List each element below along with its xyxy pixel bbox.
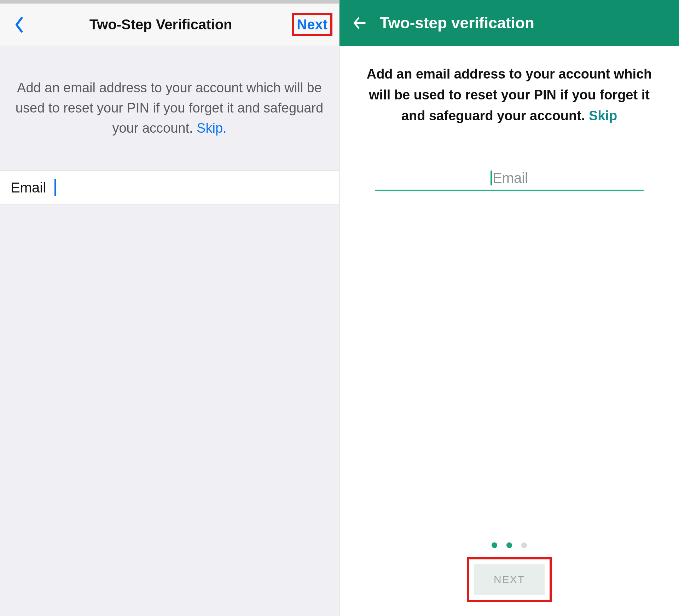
next-button[interactable]: NEXT xyxy=(474,564,545,595)
email-field-row[interactable]: Email xyxy=(0,170,339,205)
description-area: Add an email address to your account whi… xyxy=(0,46,339,170)
chevron-left-icon xyxy=(13,16,25,33)
page-title: Two-step verification xyxy=(380,14,534,32)
description-body: Add an email address to your account whi… xyxy=(16,80,323,136)
pager-dots xyxy=(492,542,527,548)
pager-dot xyxy=(521,542,527,548)
arrow-left-icon xyxy=(352,16,367,30)
email-label: Email xyxy=(11,180,46,196)
description-text: Add an email address to your account whi… xyxy=(355,64,663,126)
back-button[interactable] xyxy=(8,14,30,35)
ios-status-bar-spacer xyxy=(0,0,339,4)
android-footer: NEXT xyxy=(340,542,679,602)
android-screen: Two-step verification Add an email addre… xyxy=(340,0,679,616)
next-button[interactable]: Next xyxy=(297,17,327,32)
page-title: Two-Step Verification xyxy=(30,17,292,33)
text-cursor-icon xyxy=(54,179,56,196)
ios-screen: Two-Step Verification Next Add an email … xyxy=(0,0,340,616)
description-text: Add an email address to your account whi… xyxy=(14,78,325,138)
ios-nav-bar: Two-Step Verification Next xyxy=(0,4,339,46)
pager-dot xyxy=(492,542,497,548)
email-input[interactable] xyxy=(65,180,328,196)
android-app-bar: Two-step verification xyxy=(340,0,679,46)
skip-link[interactable]: Skip xyxy=(589,108,617,123)
android-body: Add an email address to your account whi… xyxy=(340,46,679,616)
highlight-box: Next xyxy=(292,13,332,36)
skip-link[interactable]: Skip. xyxy=(197,121,226,136)
highlight-box: NEXT xyxy=(467,557,552,602)
ios-empty-area xyxy=(0,205,339,616)
back-button[interactable] xyxy=(349,13,369,33)
email-field[interactable]: Email xyxy=(375,169,644,191)
pager-dot xyxy=(506,542,512,548)
